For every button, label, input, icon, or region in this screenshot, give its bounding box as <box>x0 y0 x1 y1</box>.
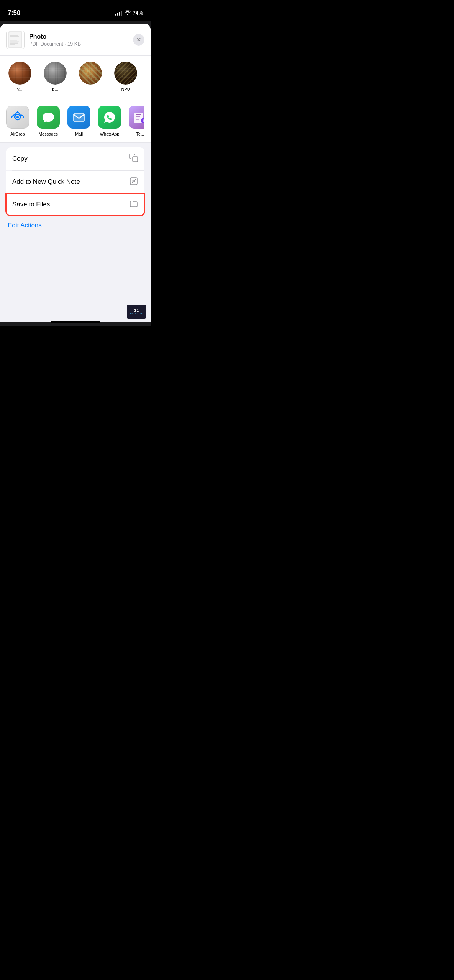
save-to-files-label: Save to Files <box>12 201 50 208</box>
file-thumbnail <box>6 31 25 49</box>
svg-rect-9 <box>10 42 18 43</box>
people-row: y... p... <box>0 56 151 98</box>
copy-label: Copy <box>12 155 28 163</box>
copy-action[interactable]: Copy <box>6 147 144 170</box>
svg-rect-18 <box>136 116 140 117</box>
close-button[interactable]: ✕ <box>133 34 144 46</box>
more-app-icon: + <box>129 106 144 129</box>
svg-rect-2 <box>10 34 21 34</box>
screen: 7:50 74 % <box>0 0 151 326</box>
svg-rect-5 <box>10 38 18 38</box>
person-avatar <box>8 62 31 85</box>
app-item-whatsapp[interactable]: WhatsApp <box>98 106 121 136</box>
app-item-more[interactable]: + Te... <box>129 106 144 136</box>
edit-actions[interactable]: Edit Actions... <box>0 216 151 235</box>
svg-point-13 <box>16 116 19 118</box>
app-item-messages[interactable]: Messages <box>37 106 60 136</box>
svg-rect-3 <box>10 35 18 36</box>
svg-rect-20 <box>136 119 139 120</box>
svg-rect-17 <box>136 114 141 115</box>
watermark-g1: G1 <box>130 309 143 312</box>
status-bar: 7:50 74 % <box>0 0 151 21</box>
app-label-mail: Mail <box>75 132 83 136</box>
svg-rect-10 <box>10 43 18 44</box>
person-name: p... <box>52 87 58 91</box>
svg-rect-7 <box>10 40 17 41</box>
app-row: AirDrop Messages <box>6 106 144 136</box>
person-name: NPU <box>121 87 130 91</box>
person-avatar <box>114 62 137 85</box>
app-label-whatsapp: WhatsApp <box>100 132 120 136</box>
file-info: Photo PDF Document · 19 KB <box>29 33 81 47</box>
watermark: G1 GADGETS <box>127 305 146 318</box>
app-label-airdrop: AirDrop <box>10 132 25 136</box>
actions-container: Copy Add to New Quick Note <box>6 147 144 216</box>
app-row-container: AirDrop Messages <box>0 98 151 143</box>
person-item[interactable] <box>77 62 104 91</box>
app-label-more: Te... <box>136 132 144 136</box>
edit-actions-label: Edit Actions... <box>8 222 47 229</box>
svg-rect-19 <box>136 118 141 118</box>
app-item-mail[interactable]: Mail <box>67 106 90 136</box>
person-name: y... <box>17 87 23 91</box>
whatsapp-icon <box>98 106 121 129</box>
status-icons: 74 % <box>115 10 143 16</box>
app-label-messages: Messages <box>39 132 58 136</box>
wifi-icon <box>125 10 131 16</box>
save-to-files-icon <box>129 199 138 210</box>
person-avatar <box>44 62 67 85</box>
watermark-gadgets: GADGETS <box>130 312 143 315</box>
person-item[interactable]: y... <box>6 62 34 91</box>
share-header-left: Photo PDF Document · 19 KB <box>6 31 81 49</box>
battery-icon: 74 % <box>133 10 143 16</box>
svg-rect-8 <box>10 41 19 42</box>
quick-note-icon <box>129 176 138 187</box>
home-indicator <box>51 321 100 323</box>
messages-icon <box>37 106 60 129</box>
status-time: 7:50 <box>8 9 20 17</box>
file-meta: PDF Document · 19 KB <box>29 41 81 47</box>
svg-rect-4 <box>10 36 19 37</box>
copy-icon <box>129 153 138 165</box>
svg-text:+: + <box>143 119 144 123</box>
mail-icon <box>67 106 90 129</box>
person-item[interactable]: p... <box>41 62 69 91</box>
share-header: Photo PDF Document · 19 KB ✕ <box>0 24 151 56</box>
file-name: Photo <box>29 33 81 40</box>
signal-icon <box>115 10 122 16</box>
svg-rect-6 <box>10 39 20 39</box>
svg-rect-14 <box>74 114 84 121</box>
person-avatar <box>79 62 102 85</box>
airdrop-icon <box>6 106 29 129</box>
app-item-airdrop[interactable]: AirDrop <box>6 106 29 136</box>
share-sheet: Photo PDF Document · 19 KB ✕ y... <box>0 24 151 322</box>
person-item[interactable]: NPU <box>112 62 139 91</box>
svg-rect-24 <box>130 178 137 185</box>
battery-level: 74 <box>133 10 138 16</box>
svg-rect-23 <box>133 157 138 162</box>
svg-rect-11 <box>10 44 15 45</box>
quick-note-label: Add to New Quick Note <box>12 178 80 186</box>
save-to-files-action[interactable]: Save to Files <box>6 193 144 216</box>
quick-note-action[interactable]: Add to New Quick Note <box>6 171 144 193</box>
